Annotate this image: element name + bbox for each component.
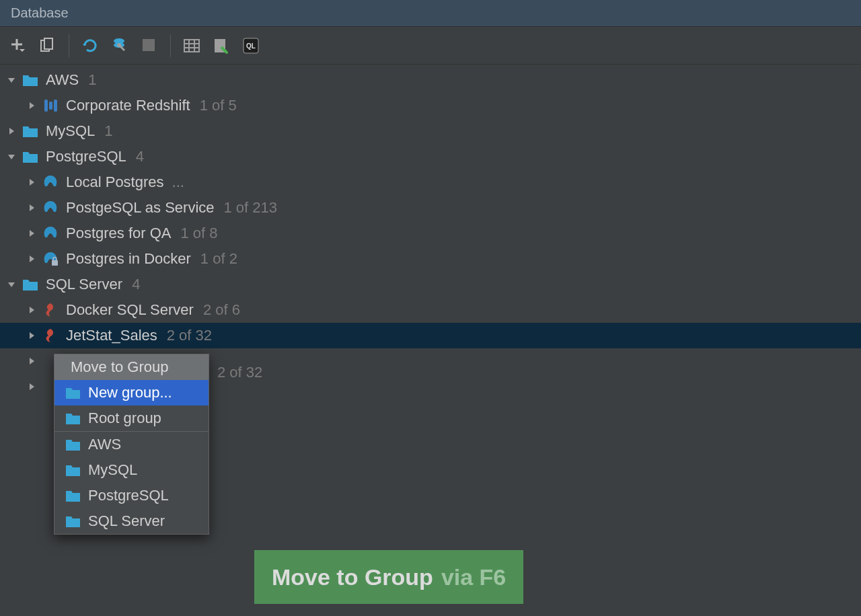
- menu-item-label: PostgreSQL: [88, 487, 169, 504]
- ds-label: JetStat_Sales: [66, 327, 157, 344]
- ds-label: Postgres in Docker: [66, 250, 191, 268]
- ds-label: PostgeSQL as Service: [66, 199, 215, 217]
- postgres-icon: [42, 199, 59, 217]
- menu-item-label: AWS: [88, 436, 121, 453]
- add-button[interactable]: [7, 34, 30, 57]
- datasource-tree[interactable]: AWS 1 Corporate Redshift 1 of 5 MySQL 1 …: [0, 65, 861, 399]
- sqlserver-icon: [42, 301, 59, 319]
- tree-ds-postgres-docker[interactable]: Postgres in Docker 1 of 2: [0, 246, 861, 272]
- expand-toggle[interactable]: [26, 100, 38, 112]
- stop-button[interactable]: [138, 34, 161, 57]
- refresh-button[interactable]: [79, 34, 102, 57]
- menu-item-aws[interactable]: AWS: [54, 432, 209, 457]
- group-label: AWS: [46, 71, 79, 89]
- expand-toggle[interactable]: [5, 74, 17, 86]
- menu-item-label: MySQL: [88, 461, 137, 479]
- ds-label: Docker SQL Server: [66, 301, 194, 319]
- tree-ds-postgres-paas[interactable]: PostgeSQL as Service 1 of 213: [0, 195, 861, 221]
- tree-group-aws[interactable]: AWS 1: [0, 67, 861, 93]
- toolbar-separator: [170, 34, 171, 57]
- menu-item-root-group[interactable]: Root group: [54, 406, 209, 431]
- expand-toggle[interactable]: [26, 381, 38, 393]
- folder-icon: [22, 276, 39, 293]
- tree-ds-jetstat-sales[interactable]: JetStat_Sales 2 of 32: [0, 323, 861, 348]
- ds-count: 1 of 8: [181, 225, 218, 242]
- group-count: 4: [136, 148, 144, 165]
- redshift-icon: [42, 97, 59, 114]
- tree-ds-local-postgres[interactable]: Local Postgres ...: [0, 169, 861, 195]
- expand-toggle[interactable]: [26, 253, 38, 265]
- expand-toggle[interactable]: [26, 355, 38, 367]
- menu-title-text: Move to Group: [71, 358, 169, 376]
- folder-icon: [64, 436, 81, 453]
- menu-item-label: SQL Server: [88, 512, 165, 530]
- ds-count-behind-menu: 2 of 32: [217, 364, 262, 381]
- tree-ds-postgres-qa[interactable]: Postgres for QA 1 of 8: [0, 221, 861, 246]
- badge-main: Move to Group: [272, 564, 433, 590]
- expand-toggle[interactable]: [5, 151, 17, 163]
- expand-toggle[interactable]: [5, 125, 17, 137]
- toolbar-separator: [69, 34, 69, 57]
- jump-to-console-button[interactable]: [239, 34, 262, 57]
- tree-ds-redshift[interactable]: Corporate Redshift 1 of 5: [0, 93, 861, 118]
- group-count: 1: [88, 71, 96, 89]
- folder-icon: [64, 410, 81, 427]
- expand-toggle[interactable]: [26, 330, 38, 342]
- sql-scripts-button[interactable]: [210, 34, 233, 57]
- sqlserver-icon: [42, 327, 59, 344]
- folder-icon: [22, 71, 39, 89]
- postgres-icon: [42, 225, 59, 242]
- tree-group-mysql[interactable]: MySQL 1: [0, 118, 861, 144]
- move-to-group-menu: Move to Group New group... Root group AW…: [54, 354, 209, 535]
- tree-ds-docker-sqlserver[interactable]: Docker SQL Server 2 of 6: [0, 297, 861, 323]
- tree-group-sqlserver[interactable]: SQL Server 4: [0, 272, 861, 297]
- expand-toggle[interactable]: [26, 227, 38, 239]
- expand-toggle[interactable]: [26, 304, 38, 316]
- group-count: 1: [104, 122, 112, 140]
- ds-count: 2 of 6: [203, 301, 240, 319]
- menu-title: Move to Group: [54, 354, 209, 380]
- ds-label: Postgres for QA: [66, 225, 172, 242]
- ds-count: 1 of 2: [200, 250, 237, 268]
- menu-item-postgresql[interactable]: PostgreSQL: [54, 483, 209, 508]
- folder-icon: [64, 461, 81, 479]
- expand-toggle[interactable]: [26, 176, 38, 188]
- ds-count: 1 of 213: [224, 199, 278, 217]
- folder-icon: [64, 512, 81, 530]
- toolbar: [0, 27, 861, 65]
- ds-label: Local Postgres: [66, 174, 164, 191]
- group-label: SQL Server: [46, 276, 122, 293]
- menu-item-new-group[interactable]: New group...: [54, 380, 209, 406]
- datasource-properties-button[interactable]: [108, 34, 131, 57]
- tool-window-title: Database: [0, 0, 861, 27]
- badge-tail: via F6: [441, 564, 506, 590]
- tree-group-postgresql[interactable]: PostgreSQL 4: [0, 144, 861, 169]
- ds-label: Corporate Redshift: [66, 97, 190, 114]
- expand-toggle[interactable]: [5, 278, 17, 291]
- menu-item-label: Root group: [88, 410, 161, 427]
- ellipsis: ...: [172, 174, 184, 191]
- menu-item-mysql[interactable]: MySQL: [54, 457, 209, 483]
- group-label: MySQL: [46, 122, 95, 140]
- duplicate-button[interactable]: [36, 34, 59, 57]
- ds-count: 2 of 32: [167, 327, 212, 344]
- expand-toggle[interactable]: [26, 202, 38, 214]
- feature-tip-badge: Move to Group via F6: [254, 550, 523, 604]
- title-text: Database: [11, 5, 69, 21]
- folder-icon: [22, 148, 39, 165]
- group-label: PostgreSQL: [46, 148, 126, 165]
- ds-count: 1 of 5: [200, 97, 237, 114]
- group-count: 4: [132, 276, 140, 293]
- postgres-icon: [42, 174, 59, 191]
- menu-item-sqlserver[interactable]: SQL Server: [54, 508, 209, 534]
- folder-icon: [22, 122, 39, 140]
- table-view-button[interactable]: [180, 34, 203, 57]
- folder-icon: [64, 487, 81, 504]
- postgres-lock-icon: [42, 250, 59, 268]
- menu-item-label: New group...: [88, 384, 172, 401]
- folder-icon: [64, 384, 81, 401]
